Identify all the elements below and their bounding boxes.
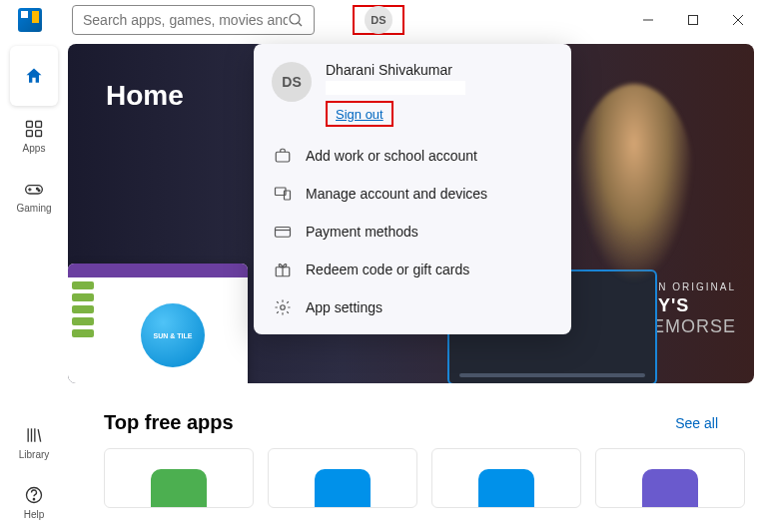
svg-line-1	[299, 23, 302, 26]
nav-label: Help	[24, 509, 45, 520]
nav-label: Library	[19, 449, 50, 460]
app-card[interactable]	[104, 448, 254, 508]
svg-rect-9	[36, 130, 42, 136]
svg-rect-21	[276, 152, 290, 162]
close-button[interactable]	[715, 5, 760, 35]
account-email-redacted	[326, 81, 465, 95]
top-free-apps-row	[104, 448, 754, 508]
see-all-link[interactable]: See all	[675, 415, 718, 431]
account-button-highlight: DS	[353, 5, 404, 35]
svg-point-28	[281, 305, 286, 310]
gift-icon	[274, 261, 292, 278]
svg-line-18	[38, 429, 40, 442]
svg-rect-24	[276, 228, 291, 238]
search-bar[interactable]	[72, 5, 315, 35]
nav-label: Apps	[23, 143, 46, 154]
svg-rect-8	[27, 130, 33, 136]
search-input[interactable]	[83, 12, 288, 28]
section-title: Top free apps	[104, 411, 234, 434]
signout-link[interactable]: Sign out	[336, 107, 383, 122]
nav-apps[interactable]: Apps	[10, 106, 58, 166]
svg-point-20	[33, 498, 34, 499]
featured-app-thumb[interactable]: SUN & TILE	[68, 264, 248, 383]
sidebar: Apps Gaming Library Help	[0, 40, 68, 532]
card-icon	[274, 223, 292, 241]
menu-settings[interactable]: App settings	[254, 288, 571, 326]
app-card[interactable]	[595, 448, 745, 508]
maximize-button[interactable]	[670, 5, 715, 35]
gear-icon	[274, 298, 292, 316]
nav-gaming[interactable]: Gaming	[10, 166, 58, 226]
svg-rect-3	[688, 16, 697, 25]
home-icon	[24, 66, 44, 86]
account-name: Dharani Shivakumar	[326, 62, 553, 78]
svg-rect-6	[27, 121, 33, 127]
apps-icon	[24, 119, 44, 139]
store-app-icon	[18, 8, 42, 32]
menu-item-label: Redeem code or gift cards	[306, 262, 469, 277]
gaming-icon	[24, 179, 44, 199]
account-avatar-button[interactable]: DS	[365, 6, 392, 34]
svg-point-13	[37, 188, 39, 190]
signout-highlight: Sign out	[326, 101, 393, 127]
menu-redeem[interactable]: Redeem code or gift cards	[254, 251, 571, 288]
menu-manage-account[interactable]: Manage account and devices	[254, 175, 571, 213]
help-icon	[24, 485, 44, 505]
menu-item-label: App settings	[306, 299, 382, 315]
menu-payment[interactable]: Payment methods	[254, 213, 571, 251]
app-card[interactable]	[431, 448, 581, 508]
menu-item-label: Add work or school account	[306, 148, 477, 164]
account-menu: DS Dharani Shivakumar Sign out Add work …	[254, 44, 571, 334]
nav-help[interactable]: Help	[10, 472, 58, 532]
svg-point-14	[38, 189, 40, 191]
menu-avatar: DS	[272, 62, 312, 102]
devices-icon	[274, 185, 292, 203]
suntile-badge: SUN & TILE	[141, 303, 205, 367]
nav-library[interactable]: Library	[10, 412, 58, 472]
library-icon	[24, 425, 44, 445]
svg-point-0	[290, 14, 300, 24]
minimize-button[interactable]	[625, 5, 670, 35]
search-icon[interactable]	[288, 12, 304, 28]
app-card[interactable]	[268, 448, 417, 508]
menu-add-account[interactable]: Add work or school account	[254, 137, 571, 175]
svg-rect-7	[36, 121, 42, 127]
menu-item-label: Manage account and devices	[306, 186, 487, 202]
briefcase-icon	[274, 147, 292, 165]
nav-home[interactable]	[10, 46, 58, 106]
scroll-indicator	[459, 373, 645, 377]
nav-label: Gaming	[16, 203, 51, 214]
menu-item-label: Payment methods	[306, 224, 418, 240]
